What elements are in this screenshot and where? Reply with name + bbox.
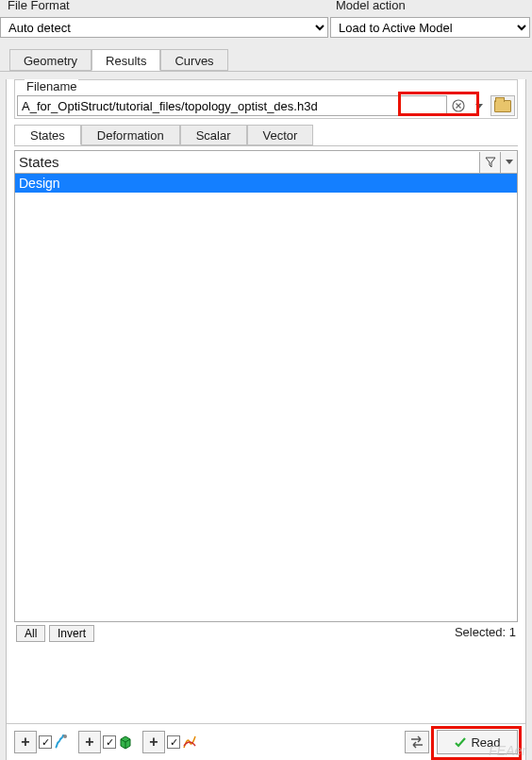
plus-icon: + xyxy=(85,734,93,751)
swap-arrows-icon xyxy=(409,735,424,749)
results-panel: Filename States Deformation Scalar Vecto… xyxy=(6,79,526,760)
add-geometry-button[interactable]: + xyxy=(14,731,37,753)
check-icon xyxy=(454,735,467,749)
invert-selection-button[interactable]: Invert xyxy=(49,625,94,642)
chevron-down-icon xyxy=(475,104,483,109)
subtab-vector[interactable]: Vector xyxy=(247,125,314,145)
chevron-down-icon xyxy=(506,160,513,164)
swap-button[interactable] xyxy=(405,731,429,753)
subtab-states[interactable]: States xyxy=(14,125,81,145)
folder-open-icon xyxy=(494,100,511,112)
spring-icon xyxy=(54,735,69,750)
filename-label: Filename xyxy=(25,79,78,93)
subtab-deformation[interactable]: Deformation xyxy=(81,125,180,145)
file-history-dropdown[interactable] xyxy=(470,96,489,115)
add-curve-button[interactable]: + xyxy=(142,731,165,753)
browse-file-button[interactable] xyxy=(490,95,515,116)
file-format-select[interactable]: Auto detect xyxy=(0,17,328,38)
tab-geometry[interactable]: Geometry xyxy=(9,49,91,71)
subtab-scalar[interactable]: Scalar xyxy=(180,125,247,145)
select-all-button[interactable]: All xyxy=(16,625,45,642)
funnel-icon xyxy=(485,157,496,168)
states-menu-dropdown[interactable] xyxy=(500,152,517,173)
filter-button[interactable] xyxy=(479,152,500,173)
model-action-select[interactable]: Load to Active Model xyxy=(330,17,530,38)
model-action-label: Model action xyxy=(334,0,407,12)
geometry-checkbox[interactable]: ✓ xyxy=(39,735,52,749)
list-item[interactable]: Design xyxy=(15,174,517,193)
main-tabs: Geometry Results Curves xyxy=(0,49,532,72)
bottom-toolbar: + ✓ + ✓ + ✓ Read xyxy=(7,723,525,756)
sub-tabs: States Deformation Scalar Vector xyxy=(14,125,518,146)
tab-curves[interactable]: Curves xyxy=(160,49,227,71)
close-circle-icon xyxy=(452,99,465,112)
curves-icon xyxy=(182,735,197,750)
cube-icon xyxy=(118,735,133,750)
selected-count-label: Selected: 1 xyxy=(455,625,516,642)
plus-icon: + xyxy=(21,734,29,751)
filename-input[interactable] xyxy=(17,95,447,116)
file-format-label: File Format xyxy=(6,0,72,12)
curve-checkbox[interactable]: ✓ xyxy=(167,735,180,749)
add-element-button[interactable]: + xyxy=(78,731,101,753)
states-list[interactable]: Design xyxy=(15,174,517,621)
states-container: States Design xyxy=(14,150,518,622)
read-button[interactable]: Read xyxy=(437,730,518,754)
tab-results[interactable]: Results xyxy=(91,49,160,71)
element-checkbox[interactable]: ✓ xyxy=(103,735,116,749)
svg-point-1 xyxy=(63,735,67,738)
states-header-label: States xyxy=(15,154,479,170)
plus-icon: + xyxy=(149,734,158,751)
clear-file-button[interactable] xyxy=(449,96,468,115)
